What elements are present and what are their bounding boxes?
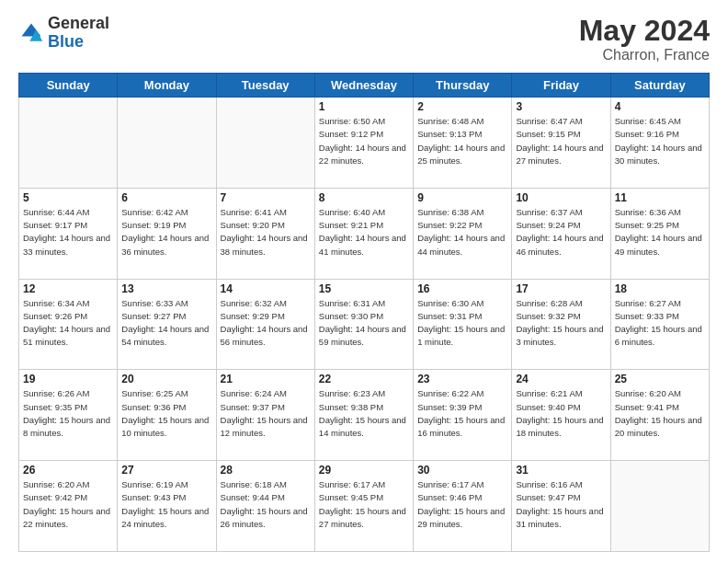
- day-number-15: 15: [319, 282, 409, 295]
- col-tuesday: Tuesday: [216, 74, 314, 98]
- day-number-29: 29: [319, 464, 409, 477]
- col-thursday: Thursday: [414, 74, 512, 98]
- cell-w5-d5: 30Sunrise: 6:17 AMSunset: 9:46 PMDayligh…: [414, 461, 512, 552]
- day-info-21: Sunrise: 6:24 AMSunset: 9:37 PMDaylight:…: [221, 387, 311, 440]
- title-block: May 2024 Charron, France: [579, 15, 710, 63]
- cell-w3-d1: 12Sunrise: 6:34 AMSunset: 9:26 PMDayligh…: [19, 279, 118, 370]
- day-number-12: 12: [23, 282, 113, 295]
- day-number-28: 28: [221, 464, 311, 477]
- day-number-11: 11: [615, 191, 705, 204]
- day-info-20: Sunrise: 6:25 AMSunset: 9:36 PMDaylight:…: [121, 387, 211, 440]
- day-info-9: Sunrise: 6:38 AMSunset: 9:22 PMDaylight:…: [417, 206, 507, 259]
- cell-w2-d6: 10Sunrise: 6:37 AMSunset: 9:24 PMDayligh…: [512, 188, 610, 279]
- day-info-3: Sunrise: 6:47 AMSunset: 9:15 PMDaylight:…: [516, 115, 606, 167]
- day-number-20: 20: [121, 373, 211, 385]
- cell-w3-d5: 16Sunrise: 6:30 AMSunset: 9:31 PMDayligh…: [414, 279, 512, 370]
- day-info-11: Sunrise: 6:36 AMSunset: 9:25 PMDaylight:…: [615, 206, 705, 259]
- title-month: May 2024: [579, 15, 710, 47]
- day-info-8: Sunrise: 6:40 AMSunset: 9:21 PMDaylight:…: [319, 206, 409, 259]
- cell-w4-d6: 24Sunrise: 6:21 AMSunset: 9:40 PMDayligh…: [512, 370, 610, 461]
- day-info-16: Sunrise: 6:30 AMSunset: 9:31 PMDaylight:…: [417, 297, 507, 350]
- day-info-28: Sunrise: 6:18 AMSunset: 9:44 PMDaylight:…: [221, 478, 311, 531]
- day-number-27: 27: [121, 464, 211, 477]
- cell-w1-d7: 4Sunrise: 6:45 AMSunset: 9:16 PMDaylight…: [610, 98, 709, 189]
- day-number-6: 6: [121, 191, 211, 204]
- cell-w3-d7: 18Sunrise: 6:27 AMSunset: 9:33 PMDayligh…: [610, 279, 709, 370]
- day-info-30: Sunrise: 6:17 AMSunset: 9:46 PMDaylight:…: [417, 478, 507, 531]
- day-info-18: Sunrise: 6:27 AMSunset: 9:33 PMDaylight:…: [615, 297, 705, 350]
- cell-w2-d3: 7Sunrise: 6:41 AMSunset: 9:20 PMDaylight…: [216, 188, 314, 279]
- col-monday: Monday: [118, 74, 216, 98]
- cell-w5-d2: 27Sunrise: 6:19 AMSunset: 9:43 PMDayligh…: [118, 461, 216, 552]
- col-wednesday: Wednesday: [314, 74, 413, 98]
- week-row-2: 5Sunrise: 6:44 AMSunset: 9:17 PMDaylight…: [19, 188, 710, 279]
- day-number-31: 31: [516, 464, 606, 477]
- day-info-24: Sunrise: 6:21 AMSunset: 9:40 PMDaylight:…: [516, 387, 606, 440]
- cell-w4-d2: 20Sunrise: 6:25 AMSunset: 9:36 PMDayligh…: [118, 370, 216, 461]
- day-number-23: 23: [417, 373, 507, 385]
- cell-w1-d1: [19, 98, 118, 189]
- day-info-13: Sunrise: 6:33 AMSunset: 9:27 PMDaylight:…: [121, 297, 211, 350]
- cell-w4-d3: 21Sunrise: 6:24 AMSunset: 9:37 PMDayligh…: [216, 370, 314, 461]
- day-info-25: Sunrise: 6:20 AMSunset: 9:41 PMDaylight:…: [615, 387, 705, 440]
- cell-w2-d1: 5Sunrise: 6:44 AMSunset: 9:17 PMDaylight…: [19, 188, 118, 279]
- cell-w4-d5: 23Sunrise: 6:22 AMSunset: 9:39 PMDayligh…: [414, 370, 512, 461]
- cell-w2-d5: 9Sunrise: 6:38 AMSunset: 9:22 PMDaylight…: [414, 188, 512, 279]
- day-number-13: 13: [121, 282, 211, 295]
- page: General Blue May 2024 Charron, France Su…: [0, 0, 728, 563]
- day-info-23: Sunrise: 6:22 AMSunset: 9:39 PMDaylight:…: [417, 387, 507, 440]
- cell-w3-d2: 13Sunrise: 6:33 AMSunset: 9:27 PMDayligh…: [118, 279, 216, 370]
- cell-w4-d4: 22Sunrise: 6:23 AMSunset: 9:38 PMDayligh…: [314, 370, 413, 461]
- day-info-7: Sunrise: 6:41 AMSunset: 9:20 PMDaylight:…: [221, 206, 311, 259]
- day-info-31: Sunrise: 6:16 AMSunset: 9:47 PMDaylight:…: [516, 478, 606, 531]
- week-row-3: 12Sunrise: 6:34 AMSunset: 9:26 PMDayligh…: [19, 279, 710, 370]
- week-row-1: 1Sunrise: 6:50 AMSunset: 9:12 PMDaylight…: [19, 98, 710, 189]
- day-info-15: Sunrise: 6:31 AMSunset: 9:30 PMDaylight:…: [319, 297, 409, 350]
- day-info-14: Sunrise: 6:32 AMSunset: 9:29 PMDaylight:…: [221, 297, 311, 350]
- cell-w4-d7: 25Sunrise: 6:20 AMSunset: 9:41 PMDayligh…: [610, 370, 709, 461]
- day-number-19: 19: [23, 373, 113, 385]
- col-sunday: Sunday: [19, 74, 118, 98]
- day-number-3: 3: [516, 100, 606, 113]
- cell-w5-d7: [610, 461, 709, 552]
- day-info-5: Sunrise: 6:44 AMSunset: 9:17 PMDaylight:…: [23, 206, 113, 259]
- day-number-22: 22: [319, 373, 409, 385]
- cell-w1-d3: [216, 98, 314, 189]
- day-info-26: Sunrise: 6:20 AMSunset: 9:42 PMDaylight:…: [23, 478, 113, 531]
- day-number-4: 4: [615, 100, 705, 113]
- cell-w3-d4: 15Sunrise: 6:31 AMSunset: 9:30 PMDayligh…: [314, 279, 413, 370]
- day-number-18: 18: [615, 282, 705, 295]
- day-number-24: 24: [516, 373, 606, 385]
- cell-w5-d1: 26Sunrise: 6:20 AMSunset: 9:42 PMDayligh…: [19, 461, 118, 552]
- day-number-17: 17: [516, 282, 606, 295]
- day-number-26: 26: [23, 464, 113, 477]
- day-info-4: Sunrise: 6:45 AMSunset: 9:16 PMDaylight:…: [615, 115, 705, 167]
- cell-w5-d4: 29Sunrise: 6:17 AMSunset: 9:45 PMDayligh…: [314, 461, 413, 552]
- cell-w1-d5: 2Sunrise: 6:48 AMSunset: 9:13 PMDaylight…: [414, 98, 512, 189]
- cell-w3-d6: 17Sunrise: 6:28 AMSunset: 9:32 PMDayligh…: [512, 279, 610, 370]
- logo-icon: [18, 20, 44, 46]
- calendar-header-row: Sunday Monday Tuesday Wednesday Thursday…: [19, 74, 710, 98]
- logo-general-text: General: [48, 15, 109, 33]
- day-number-25: 25: [615, 373, 705, 385]
- day-number-5: 5: [23, 191, 113, 204]
- day-info-12: Sunrise: 6:34 AMSunset: 9:26 PMDaylight:…: [23, 297, 113, 350]
- day-info-10: Sunrise: 6:37 AMSunset: 9:24 PMDaylight:…: [516, 206, 606, 259]
- day-number-8: 8: [319, 191, 409, 204]
- cell-w2-d4: 8Sunrise: 6:40 AMSunset: 9:21 PMDaylight…: [314, 188, 413, 279]
- day-info-6: Sunrise: 6:42 AMSunset: 9:19 PMDaylight:…: [121, 206, 211, 259]
- day-info-29: Sunrise: 6:17 AMSunset: 9:45 PMDaylight:…: [319, 478, 409, 531]
- title-location: Charron, France: [579, 47, 710, 63]
- logo: General Blue: [18, 15, 109, 52]
- day-number-9: 9: [417, 191, 507, 204]
- day-info-27: Sunrise: 6:19 AMSunset: 9:43 PMDaylight:…: [121, 478, 211, 531]
- header: General Blue May 2024 Charron, France: [18, 15, 710, 63]
- week-row-4: 19Sunrise: 6:26 AMSunset: 9:35 PMDayligh…: [19, 370, 710, 461]
- cell-w3-d3: 14Sunrise: 6:32 AMSunset: 9:29 PMDayligh…: [216, 279, 314, 370]
- day-info-2: Sunrise: 6:48 AMSunset: 9:13 PMDaylight:…: [417, 115, 507, 167]
- day-number-1: 1: [319, 100, 409, 113]
- cell-w2-d7: 11Sunrise: 6:36 AMSunset: 9:25 PMDayligh…: [610, 188, 709, 279]
- day-info-1: Sunrise: 6:50 AMSunset: 9:12 PMDaylight:…: [319, 115, 409, 167]
- cell-w1-d2: [118, 98, 216, 189]
- day-number-30: 30: [417, 464, 507, 477]
